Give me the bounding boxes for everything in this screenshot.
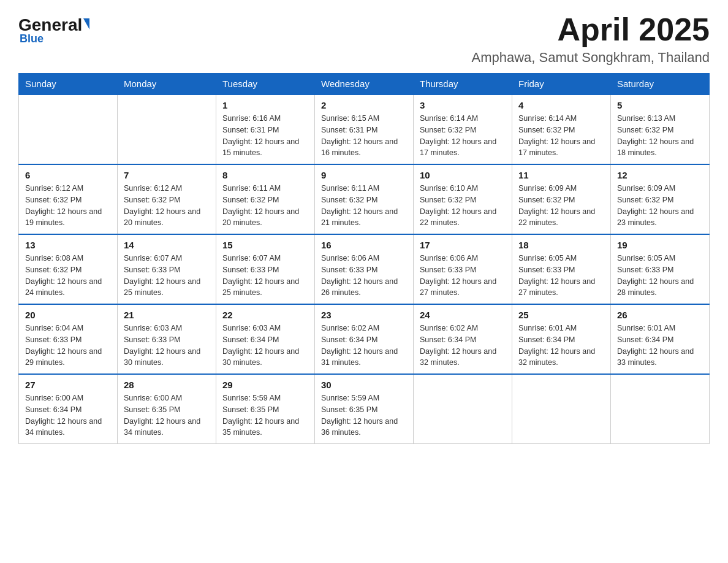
day-info: Sunrise: 6:01 AMSunset: 6:34 PMDaylight:… bbox=[617, 323, 703, 369]
day-info: Sunrise: 6:12 AMSunset: 6:32 PMDaylight:… bbox=[124, 183, 210, 229]
day-number: 17 bbox=[420, 240, 506, 250]
day-info: Sunrise: 6:03 AMSunset: 6:34 PMDaylight:… bbox=[222, 323, 308, 369]
calendar-cell: 9Sunrise: 6:11 AMSunset: 6:32 PMDaylight… bbox=[315, 164, 414, 234]
day-number: 2 bbox=[321, 100, 407, 110]
calendar-cell: 13Sunrise: 6:08 AMSunset: 6:32 PMDayligh… bbox=[19, 234, 118, 304]
calendar-cell: 12Sunrise: 6:09 AMSunset: 6:32 PMDayligh… bbox=[611, 164, 710, 234]
day-number: 15 bbox=[222, 240, 308, 250]
day-info: Sunrise: 6:08 AMSunset: 6:32 PMDaylight:… bbox=[25, 253, 111, 299]
day-number: 3 bbox=[420, 100, 506, 110]
day-number: 9 bbox=[321, 170, 407, 180]
calendar-cell: 30Sunrise: 5:59 AMSunset: 6:35 PMDayligh… bbox=[315, 374, 414, 444]
calendar-cell: 21Sunrise: 6:03 AMSunset: 6:33 PMDayligh… bbox=[118, 304, 216, 374]
day-number: 24 bbox=[420, 310, 506, 320]
weekday-header-thursday: Thursday bbox=[414, 74, 512, 95]
day-number: 26 bbox=[617, 310, 703, 320]
weekday-header-row: SundayMondayTuesdayWednesdayThursdayFrid… bbox=[19, 74, 710, 95]
day-info: Sunrise: 6:02 AMSunset: 6:34 PMDaylight:… bbox=[321, 323, 407, 369]
day-info: Sunrise: 6:11 AMSunset: 6:32 PMDaylight:… bbox=[222, 183, 308, 229]
calendar-cell: 15Sunrise: 6:07 AMSunset: 6:33 PMDayligh… bbox=[216, 234, 315, 304]
day-info: Sunrise: 5:59 AMSunset: 6:35 PMDaylight:… bbox=[321, 393, 407, 439]
calendar-cell bbox=[118, 94, 216, 164]
day-number: 21 bbox=[124, 310, 210, 320]
calendar-cell: 24Sunrise: 6:02 AMSunset: 6:34 PMDayligh… bbox=[414, 304, 512, 374]
day-info: Sunrise: 6:12 AMSunset: 6:32 PMDaylight:… bbox=[25, 183, 111, 229]
calendar-cell: 28Sunrise: 6:00 AMSunset: 6:35 PMDayligh… bbox=[118, 374, 216, 444]
calendar-cell bbox=[414, 374, 512, 444]
calendar-cell: 22Sunrise: 6:03 AMSunset: 6:34 PMDayligh… bbox=[216, 304, 315, 374]
calendar-cell: 14Sunrise: 6:07 AMSunset: 6:33 PMDayligh… bbox=[118, 234, 216, 304]
calendar-cell bbox=[512, 374, 611, 444]
day-info: Sunrise: 6:05 AMSunset: 6:33 PMDaylight:… bbox=[617, 253, 703, 299]
calendar-cell: 20Sunrise: 6:04 AMSunset: 6:33 PMDayligh… bbox=[19, 304, 118, 374]
calendar-cell: 2Sunrise: 6:15 AMSunset: 6:31 PMDaylight… bbox=[315, 94, 414, 164]
weekday-header-tuesday: Tuesday bbox=[216, 74, 315, 95]
calendar-cell bbox=[19, 94, 118, 164]
weekday-header-wednesday: Wednesday bbox=[315, 74, 414, 95]
day-info: Sunrise: 6:06 AMSunset: 6:33 PMDaylight:… bbox=[420, 253, 506, 299]
day-number: 20 bbox=[25, 310, 111, 320]
weekday-header-friday: Friday bbox=[512, 74, 611, 95]
calendar-table: SundayMondayTuesdayWednesdayThursdayFrid… bbox=[18, 73, 710, 444]
calendar-cell: 5Sunrise: 6:13 AMSunset: 6:32 PMDaylight… bbox=[611, 94, 710, 164]
day-number: 28 bbox=[124, 380, 210, 390]
calendar-cell: 29Sunrise: 5:59 AMSunset: 6:35 PMDayligh… bbox=[216, 374, 315, 444]
logo-triangle-icon bbox=[83, 18, 89, 29]
calendar-cell: 10Sunrise: 6:10 AMSunset: 6:32 PMDayligh… bbox=[414, 164, 512, 234]
day-number: 13 bbox=[25, 240, 111, 250]
day-info: Sunrise: 6:11 AMSunset: 6:32 PMDaylight:… bbox=[321, 183, 407, 229]
weekday-header-saturday: Saturday bbox=[611, 74, 710, 95]
day-info: Sunrise: 6:01 AMSunset: 6:34 PMDaylight:… bbox=[518, 323, 604, 369]
day-info: Sunrise: 5:59 AMSunset: 6:35 PMDaylight:… bbox=[222, 393, 308, 439]
weekday-header-monday: Monday bbox=[118, 74, 216, 95]
day-number: 4 bbox=[518, 100, 604, 110]
day-number: 12 bbox=[617, 170, 703, 180]
day-info: Sunrise: 6:15 AMSunset: 6:31 PMDaylight:… bbox=[321, 113, 407, 159]
day-info: Sunrise: 6:06 AMSunset: 6:33 PMDaylight:… bbox=[321, 253, 407, 299]
day-info: Sunrise: 6:02 AMSunset: 6:34 PMDaylight:… bbox=[420, 323, 506, 369]
week-row-2: 6Sunrise: 6:12 AMSunset: 6:32 PMDaylight… bbox=[19, 164, 710, 234]
day-number: 23 bbox=[321, 310, 407, 320]
header: General Blue April 2025 Amphawa, Samut S… bbox=[18, 12, 710, 66]
day-info: Sunrise: 6:14 AMSunset: 6:32 PMDaylight:… bbox=[518, 113, 604, 159]
day-info: Sunrise: 6:10 AMSunset: 6:32 PMDaylight:… bbox=[420, 183, 506, 229]
calendar-cell: 8Sunrise: 6:11 AMSunset: 6:32 PMDaylight… bbox=[216, 164, 315, 234]
calendar-cell: 6Sunrise: 6:12 AMSunset: 6:32 PMDaylight… bbox=[19, 164, 118, 234]
location-title: Amphawa, Samut Songkhram, Thailand bbox=[472, 50, 710, 66]
day-info: Sunrise: 6:07 AMSunset: 6:33 PMDaylight:… bbox=[222, 253, 308, 299]
logo-blue-text: Blue bbox=[20, 33, 44, 45]
calendar-cell: 1Sunrise: 6:16 AMSunset: 6:31 PMDaylight… bbox=[216, 94, 315, 164]
week-row-3: 13Sunrise: 6:08 AMSunset: 6:32 PMDayligh… bbox=[19, 234, 710, 304]
day-info: Sunrise: 6:09 AMSunset: 6:32 PMDaylight:… bbox=[617, 183, 703, 229]
day-number: 11 bbox=[518, 170, 604, 180]
day-info: Sunrise: 6:00 AMSunset: 6:34 PMDaylight:… bbox=[25, 393, 111, 439]
week-row-5: 27Sunrise: 6:00 AMSunset: 6:34 PMDayligh… bbox=[19, 374, 710, 444]
logo: General Blue bbox=[18, 12, 89, 45]
calendar-cell: 16Sunrise: 6:06 AMSunset: 6:33 PMDayligh… bbox=[315, 234, 414, 304]
calendar-cell: 17Sunrise: 6:06 AMSunset: 6:33 PMDayligh… bbox=[414, 234, 512, 304]
week-row-4: 20Sunrise: 6:04 AMSunset: 6:33 PMDayligh… bbox=[19, 304, 710, 374]
day-number: 27 bbox=[25, 380, 111, 390]
calendar-cell: 11Sunrise: 6:09 AMSunset: 6:32 PMDayligh… bbox=[512, 164, 611, 234]
calendar-cell: 27Sunrise: 6:00 AMSunset: 6:34 PMDayligh… bbox=[19, 374, 118, 444]
calendar-cell: 7Sunrise: 6:12 AMSunset: 6:32 PMDaylight… bbox=[118, 164, 216, 234]
calendar-cell: 19Sunrise: 6:05 AMSunset: 6:33 PMDayligh… bbox=[611, 234, 710, 304]
calendar-cell: 25Sunrise: 6:01 AMSunset: 6:34 PMDayligh… bbox=[512, 304, 611, 374]
day-info: Sunrise: 6:13 AMSunset: 6:32 PMDaylight:… bbox=[617, 113, 703, 159]
day-number: 10 bbox=[420, 170, 506, 180]
calendar-cell: 26Sunrise: 6:01 AMSunset: 6:34 PMDayligh… bbox=[611, 304, 710, 374]
day-number: 18 bbox=[518, 240, 604, 250]
day-info: Sunrise: 6:00 AMSunset: 6:35 PMDaylight:… bbox=[124, 393, 210, 439]
day-number: 1 bbox=[222, 100, 308, 110]
calendar-cell bbox=[611, 374, 710, 444]
calendar-cell: 4Sunrise: 6:14 AMSunset: 6:32 PMDaylight… bbox=[512, 94, 611, 164]
day-info: Sunrise: 6:14 AMSunset: 6:32 PMDaylight:… bbox=[420, 113, 506, 159]
day-number: 22 bbox=[222, 310, 308, 320]
day-info: Sunrise: 6:03 AMSunset: 6:33 PMDaylight:… bbox=[124, 323, 210, 369]
week-row-1: 1Sunrise: 6:16 AMSunset: 6:31 PMDaylight… bbox=[19, 94, 710, 164]
weekday-header-sunday: Sunday bbox=[19, 74, 118, 95]
day-number: 7 bbox=[124, 170, 210, 180]
day-info: Sunrise: 6:05 AMSunset: 6:33 PMDaylight:… bbox=[518, 253, 604, 299]
day-number: 6 bbox=[25, 170, 111, 180]
day-info: Sunrise: 6:04 AMSunset: 6:33 PMDaylight:… bbox=[25, 323, 111, 369]
